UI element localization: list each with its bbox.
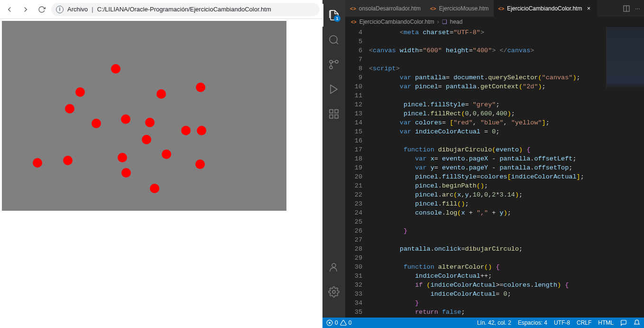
svg-rect-6 [330,110,333,113]
svg-point-2 [335,60,338,63]
minimap[interactable] [606,27,644,89]
search-icon[interactable] [322,28,345,51]
encoding-status[interactable]: UTF-8 [554,319,570,326]
source-control-icon[interactable] [322,53,345,76]
chevron-right-icon: › [437,19,439,25]
file-icon: <> [351,19,357,25]
notifications-icon[interactable] [634,319,640,326]
svg-marker-5 [331,85,337,94]
url-path: C:/LILIANA/Oracle-Programación/Ejercicio… [97,6,271,13]
url-separator: | [92,6,93,13]
browser-toolbar: i Archivo | C:/LILIANA/Oracle-Programaci… [0,0,322,19]
tab-bar: <>onsolaDesarrollador.htm<>EjercicioMous… [345,0,644,17]
code-lines[interactable]: <meta charset="UTF-8"><canvas width="600… [369,27,644,318]
explorer-badge: 1 [334,15,340,22]
split-editor-icon[interactable] [623,5,630,12]
status-bar: 0 0 Lín. 42, col. 2 Espacios: 4 UTF-8 CR… [322,318,644,328]
feedback-icon[interactable] [620,319,627,326]
tab[interactable]: <>EjercicioMouse.htm [425,0,494,17]
browser-pane: i Archivo | C:/LILIANA/Oracle-Programaci… [0,0,322,328]
page-content [0,19,322,213]
close-icon[interactable]: × [585,5,592,12]
file-icon: <> [498,6,505,11]
tab-label: EjercicioMouse.htm [439,5,489,12]
symbol-icon: ❑ [442,19,447,25]
svg-rect-8 [330,115,333,118]
editor-group: <>onsolaDesarrollador.htm<>EjercicioMous… [345,0,644,318]
back-button[interactable] [3,3,16,16]
url-scheme-label: Archivo [67,6,88,13]
explorer-icon[interactable]: 1 [322,4,345,27]
breadcrumb-file: EjercicioCambiandoColor.htm [359,19,434,25]
svg-line-1 [336,42,338,44]
code-editor[interactable]: 4567891011121314151617181920212223242526… [345,27,644,318]
file-icon: <> [350,6,356,11]
more-actions-icon[interactable]: ··· [635,5,640,12]
svg-rect-9 [335,115,338,118]
breadcrumb[interactable]: <> EjercicioCambiandoColor.htm › ❑ head [345,17,644,27]
forward-button[interactable] [19,3,32,16]
cursor-position[interactable]: Lín. 42, col. 2 [477,319,511,326]
svg-point-0 [330,36,337,43]
reload-button[interactable] [35,3,48,16]
line-gutter: 4567891011121314151617181920212223242526… [345,27,369,318]
run-debug-icon[interactable] [322,78,345,101]
language-mode[interactable]: HTML [598,319,614,326]
accounts-icon[interactable] [322,256,345,279]
svg-point-10 [332,263,336,267]
tab-label: EjercicioCambiandoColor.htm [507,5,582,12]
breadcrumb-symbol: head [450,19,463,25]
tab-label: onsolaDesarrollador.htm [359,5,421,12]
eol-status[interactable]: CRLF [577,319,591,326]
address-bar[interactable]: i Archivo | C:/LILIANA/Oracle-Programaci… [51,3,320,16]
problems-status[interactable]: 0 0 [326,319,351,326]
extensions-icon[interactable] [322,103,345,125]
activity-bar: 1 [322,0,345,318]
svg-point-4 [330,60,332,63]
settings-gear-icon[interactable] [322,281,345,303]
tab[interactable]: <>EjercicioCambiandoColor.htm× [494,0,598,17]
site-info-icon[interactable]: i [56,6,64,13]
tab[interactable]: <>onsolaDesarrollador.htm [345,0,425,17]
file-icon: <> [430,6,436,11]
svg-rect-7 [335,110,338,113]
vscode-pane: 1 <>onsolaDesarrollador.htm<>EjercicioMo… [322,0,644,328]
indentation-status[interactable]: Espacios: 4 [518,319,547,326]
svg-point-11 [332,291,335,293]
svg-point-3 [330,66,332,69]
drawing-canvas[interactable] [2,21,286,211]
